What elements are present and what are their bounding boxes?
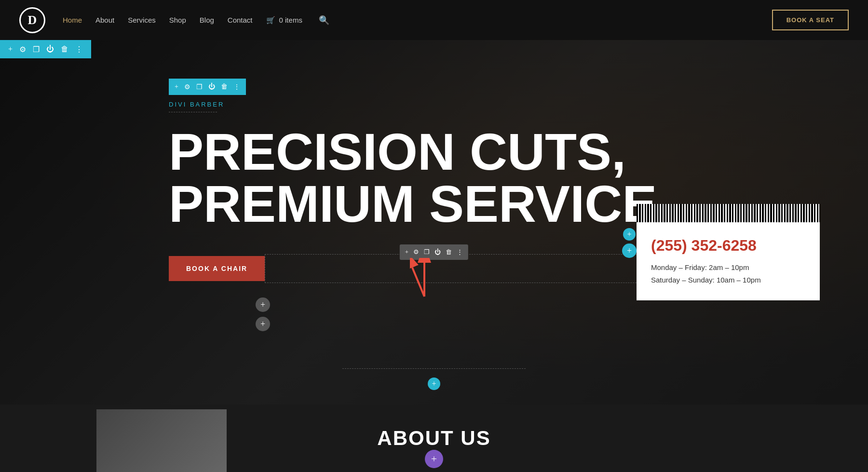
nav-left: D Home About Services Shop Blog Contact …	[19, 7, 329, 33]
add-row-circle-bottom[interactable]: +	[622, 243, 637, 258]
float-duplicate-icon[interactable]: ❐	[421, 248, 432, 256]
nav-link-contact[interactable]: Contact	[228, 16, 253, 24]
nav-link-about[interactable]: About	[95, 16, 114, 24]
module-duplicate-icon[interactable]: ❐	[193, 83, 205, 91]
add-module-circle-2[interactable]: +	[256, 317, 270, 331]
red-arrow-indicator	[410, 258, 439, 301]
module-more-icon[interactable]: ⋮	[231, 83, 243, 91]
float-add-icon[interactable]: +	[403, 248, 411, 256]
book-seat-button[interactable]: BOOK A SEAT	[772, 10, 849, 30]
float-disable-icon[interactable]: ⏻	[432, 248, 443, 256]
cart-icon: 🛒	[266, 16, 275, 25]
site-logo[interactable]: D	[19, 7, 45, 33]
nav-link-services[interactable]: Services	[128, 16, 156, 24]
search-icon[interactable]: 🔍	[319, 15, 329, 26]
module-settings-icon[interactable]: ⚙	[181, 83, 193, 91]
add-section-circle[interactable]: +	[428, 378, 440, 390]
hero-info-card-area: (255) 352-6258 Monday – Friday: 2am – 10…	[637, 204, 820, 300]
add-module-circle-1[interactable]: +	[256, 297, 270, 312]
about-title: ABOUT US	[377, 427, 490, 450]
hours-line2: Saturday – Sunday: 10am – 10pm	[651, 274, 805, 286]
builder-section-toolbar: + ⚙ ❐ ⏻ 🗑 ⋮	[0, 40, 91, 58]
about-thumbnail	[96, 409, 227, 472]
toolbar-delete-icon[interactable]: 🗑	[57, 45, 72, 54]
hours-line1: Monday – Friday: 2am – 10pm	[651, 261, 805, 274]
toolbar-add-icon[interactable]: +	[5, 45, 16, 54]
phone-number: (255) 352-6258	[651, 237, 805, 255]
toolbar-disable-icon[interactable]: ⏻	[43, 45, 57, 54]
empty-column	[265, 254, 699, 283]
barcode-decoration	[637, 204, 820, 222]
float-settings-icon[interactable]: ⚙	[411, 248, 421, 256]
bottom-divider	[342, 368, 526, 369]
float-delete-icon[interactable]: 🗑	[443, 248, 454, 256]
hero-button-row: BOOK A CHAIR + ⚙ ❐ ⏻ 🗑 ⋮	[169, 254, 699, 283]
hero-title: PRECISION CUTS, PREMIUM SERVICE	[169, 126, 699, 230]
nav-link-blog[interactable]: Blog	[200, 16, 214, 24]
add-row-circle-top[interactable]: +	[623, 228, 636, 241]
navigation: D Home About Services Shop Blog Contact …	[0, 0, 868, 40]
purple-add-button[interactable]: +	[425, 450, 443, 468]
cart-icon-area[interactable]: 🛒 0 items	[266, 16, 302, 25]
module-toolbar: + ⚙ ❐ ⏻ 🗑 ⋮	[169, 79, 246, 95]
bottom-add-section: +	[342, 364, 526, 390]
about-section: ABOUT US +	[0, 405, 868, 472]
module-delete-icon[interactable]: 🗑	[218, 83, 231, 91]
toolbar-settings-icon[interactable]: ⚙	[16, 45, 29, 54]
info-card: (255) 352-6258 Monday – Friday: 2am – 10…	[637, 222, 820, 300]
nav-link-shop[interactable]: Shop	[169, 16, 186, 24]
toolbar-more-icon[interactable]: ⋮	[72, 45, 86, 54]
float-more-icon[interactable]: ⋮	[454, 248, 465, 256]
nav-link-home[interactable]: Home	[63, 16, 82, 24]
book-chair-button[interactable]: BOOK A CHAIR	[169, 256, 265, 281]
module-disable-icon[interactable]: ⏻	[205, 83, 218, 91]
svg-line-2	[412, 268, 424, 297]
hero-eyebrow: DIVI BARBER	[169, 101, 699, 108]
nav-links: Home About Services Shop Blog Contact 🛒 …	[63, 15, 329, 26]
cart-count: 0 items	[279, 16, 302, 24]
hero-section: + ⚙ ❐ ⏻ 🗑 ⋮ DIVI BARBER PRECISION CUTS, …	[0, 40, 868, 405]
module-add-icon[interactable]: +	[172, 83, 181, 91]
toolbar-duplicate-icon[interactable]: ❐	[29, 45, 43, 54]
hero-divider	[169, 112, 217, 112]
